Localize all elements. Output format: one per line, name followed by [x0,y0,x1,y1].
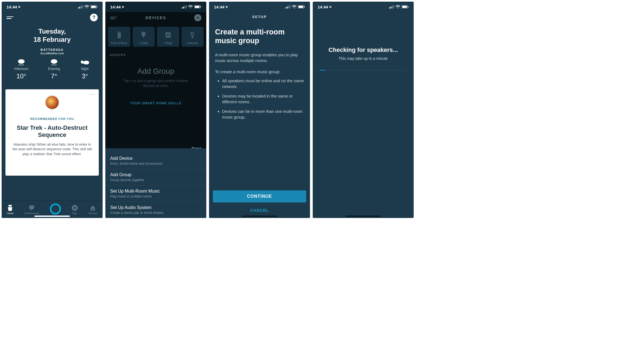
dimmed-background[interactable]: DEVICES + Echo & Alexa • Lights • Plugs … [105,12,206,148]
svg-point-13 [51,59,57,64]
status-icons [389,5,409,8]
menu-icon[interactable] [110,17,117,19]
category-plugs[interactable]: • Plugs [157,27,179,47]
status-bar: 14:44 ➤ [209,2,310,12]
recommendation-card[interactable]: ⋮ RECOMMENDED FOR YOU Star Trek - Auto-D… [5,89,99,176]
location-services-icon: ➤ [122,5,124,9]
cellular-icon [182,5,187,8]
action-sheet: Add Device Echo, Smart Home and Accessor… [105,148,206,218]
svg-line-14 [52,64,52,66]
tab-alexa[interactable] [50,205,61,214]
svg-point-32 [141,32,146,36]
weather-location: BATTERSEA [2,48,103,51]
svg-rect-47 [304,6,305,7]
play-icon [71,205,78,211]
wifi-icon [188,5,193,8]
add-button[interactable]: + [194,14,201,21]
category-echo[interactable]: Echo & Alexa [108,27,130,47]
location-services-icon: ➤ [329,5,332,9]
tab-communicate[interactable]: Communicate [24,205,39,215]
forecast-temp: 3° [80,72,90,80]
tab-label: Devices [88,212,97,215]
sheet-item-title: Add Group [110,172,201,177]
progress-bar-fill [320,70,325,70]
svg-point-4 [87,8,87,8]
cancel-button[interactable]: CANCEL [213,208,306,213]
weather-source: AccuWeather.com [2,52,103,55]
setup-title: Create a multi-room music group [215,28,304,45]
svg-rect-43 [290,5,290,8]
card-more-icon[interactable]: ⋮ [90,92,96,96]
checking-title: Checking for speakers... [329,46,398,54]
svg-rect-29 [201,6,201,7]
plug-icon [158,31,178,39]
wifi-icon [84,5,89,8]
forecast-night: Night 3° [80,59,90,80]
svg-rect-25 [186,5,187,8]
wifi-icon [292,5,297,8]
echo-icon [109,31,129,39]
tab-devices[interactable]: Devices [88,205,97,215]
svg-rect-22 [182,7,183,8]
header-title: DEVICES [117,16,194,20]
svg-point-44 [294,8,295,8]
home-icon [7,205,13,211]
card-title: Star Trek - Auto-Destruct Sequence [10,124,94,139]
date-line-2: 18 February [2,36,103,44]
location-services-icon: ➤ [18,5,21,9]
tab-home[interactable]: Home [7,205,13,215]
card-description: Abandon ship! When all else fails, time … [10,142,94,157]
home-indicator[interactable] [34,216,70,217]
forecast-row[interactable]: Afternoon 10° Evening 7° Night 3° [2,59,103,80]
card-badge: RECOMMENDED FOR YOU [10,117,94,120]
svg-rect-2 [81,6,82,8]
sheet-item-title: Set Up Multi-Room Music [110,189,201,194]
help-button[interactable]: ? [90,14,98,21]
battery-icon [194,5,201,8]
cellular-icon [389,5,394,8]
status-time: 14:44 [110,5,121,9]
svg-line-12 [23,64,23,66]
sheet-add-group[interactable]: Add Group Group devices together [105,169,206,185]
screen-checking-speakers: 14:44 ➤ Checking for speakers... This ma… [313,2,414,218]
battery-icon [402,5,409,8]
svg-rect-6 [91,6,96,8]
category-label: • Lights [134,42,154,45]
status-bar: 14:44 ➤ [2,2,103,12]
sheet-item-subtitle: Echo, Smart Home and Accessories [110,162,201,166]
home-indicator[interactable] [242,216,277,217]
setup-paragraph: A multi-room music group enables you to … [215,52,304,63]
camera-icon [183,31,203,39]
tab-label: Play [72,212,77,215]
category-label: • Plugs [158,42,178,45]
menu-icon[interactable] [7,16,14,19]
category-label: Echo & Alexa [109,42,129,45]
sheet-add-device[interactable]: Add Device Echo, Smart Home and Accessor… [105,153,206,169]
tab-play[interactable]: Play [71,205,78,215]
svg-rect-31 [118,32,120,33]
svg-rect-0 [78,7,79,8]
screen-devices-sheet: 14:44 ➤ DEVICES + Echo & Alexa • Lights [105,2,206,218]
category-cameras[interactable]: Cameras [181,27,204,47]
rain-cloud-icon [48,59,60,66]
forecast-evening: Evening 7° [48,59,60,80]
svg-rect-41 [287,7,288,8]
tab-label: Home [7,212,13,215]
svg-rect-34 [165,32,171,38]
checking-subtitle: This may take up to a minute [339,56,388,61]
sheet-audio-system[interactable]: Set Up Audio System Create a stereo pair… [105,202,206,218]
svg-rect-48 [389,7,390,8]
add-group-subtitle: Tap + to add a group and control multipl… [105,78,206,88]
smart-home-skills-link[interactable]: YOUR SMART HOME SKILLS [105,101,206,105]
night-cloud-icon [80,59,90,66]
svg-line-17 [56,64,56,66]
sheet-multi-room-music[interactable]: Set Up Multi-Room Music Play music in mu… [105,185,206,202]
continue-button[interactable]: CONTINUE [213,190,306,202]
forecast-period: Afternoon [14,67,28,71]
date-line-1: Tuesday, [2,27,103,36]
category-lights[interactable]: • Lights [133,27,155,47]
home-indicator[interactable] [345,216,381,217]
svg-point-38 [192,33,193,35]
status-icons [285,5,305,8]
list-item: Devices can be in more than one multi-ro… [222,108,304,120]
